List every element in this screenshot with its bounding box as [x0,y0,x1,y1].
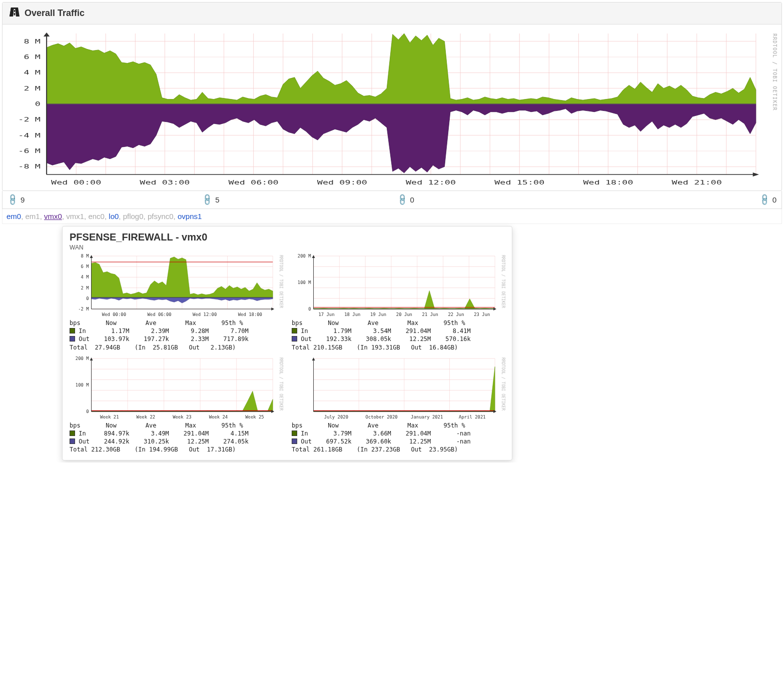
svg-marker-73 [90,255,93,258]
chart-wrap: 200 M100 M0Week 21Week 22Week 23Week 24W… [70,356,283,420]
svg-text:20 Jun: 20 Jun [396,312,412,317]
rrdtool-label: RRDTOOL / TOBI OETIKER [278,255,283,308]
svg-text:-6 M: -6 M [18,148,41,154]
svg-text:0: 0 [86,296,89,301]
svg-text:19 Jun: 19 Jun [370,312,386,317]
interface-link-em0[interactable]: em0 [7,212,21,220]
status-up-value: 5 [215,196,219,204]
separator: , [62,212,66,220]
svg-text:0: 0 [308,306,311,312]
status-total[interactable]: 🔗 9 [3,191,197,208]
svg-text:Week 25: Week 25 [245,414,264,420]
chart-wrap: 200 M100 M017 Jun18 Jun19 Jun20 Jun21 Ju… [292,253,505,318]
svg-text:-2 M: -2 M [18,116,41,124]
status-total-value: 9 [21,196,25,204]
overall-traffic-panel: Overall Traffic 8 M6 M4 M2 M0-2 M-4 M-6 … [2,2,782,191]
stats-block: bps Now Ave Max 95th % In 1.79M 3.54M 29… [292,319,505,352]
panel-header: Overall Traffic [3,2,781,24]
svg-rect-1 [14,10,15,12]
svg-rect-0 [14,8,15,9]
svg-text:Week 24: Week 24 [209,414,228,420]
rrdtool-label: RRDTOOL / TOBI OETIKER [278,358,283,410]
svg-text:Wed 12:00: Wed 12:00 [406,179,456,186]
svg-text:17 Jun: 17 Jun [318,312,334,317]
svg-text:Wed 06:00: Wed 06:00 [147,312,171,317]
separator: , [119,212,123,220]
chart-wrap: July 2020October 2020January 2021April 2… [292,356,505,420]
interface-link-lo0[interactable]: lo0 [109,212,119,220]
stats-block: bps Now Ave Max 95th % In 3.79M 3.66M 29… [292,422,505,454]
svg-text:22 Jun: 22 Jun [448,312,464,317]
svg-text:8 M: 8 M [24,38,40,45]
svg-text:Wed 18:00: Wed 18:00 [238,312,262,317]
svg-text:200 M: 200 M [76,356,89,361]
svg-text:January 2021: January 2021 [411,414,443,420]
link-icon: 🔗 [200,193,214,207]
popup-title: PFSENSE_FIREWALL - vmx0 [70,232,505,243]
status-down[interactable]: 🔗 0 [392,191,587,208]
mini-chart-0: 8 M6 M4 M2 M0-2 MWed 00:00Wed 06:00Wed 1… [70,253,283,352]
svg-text:21 Jun: 21 Jun [422,312,438,317]
svg-text:-2 M: -2 M [78,306,89,312]
link-icon: 🔗 [6,193,20,207]
svg-text:8 M: 8 M [81,254,89,258]
chart-wrap: 8 M6 M4 M2 M0-2 MWed 00:00Wed 06:00Wed 1… [70,253,283,318]
mini-chart-3: July 2020October 2020January 2021April 2… [292,356,505,454]
separator: , [144,212,148,220]
svg-text:Wed 00:00: Wed 00:00 [51,179,101,186]
svg-text:200 M: 200 M [298,254,311,258]
interface-link-pflog0[interactable]: pflog0 [123,212,144,220]
rrdtool-label: RRDTOOL / TOBI OETIKER [500,255,505,308]
svg-text:100 M: 100 M [298,280,311,285]
status-down-value: 0 [410,196,414,204]
svg-text:0: 0 [35,100,41,108]
svg-text:Week 23: Week 23 [173,414,191,420]
svg-text:Week 22: Week 22 [137,414,155,420]
svg-text:2 M: 2 M [81,286,89,290]
svg-marker-131 [90,358,93,360]
status-up[interactable]: 🔗 5 [197,191,392,208]
svg-text:Wed 18:00: Wed 18:00 [583,179,633,186]
main-chart: 8 M6 M4 M2 M0-2 M-4 M-6 M-8 MWed 00:00We… [7,28,777,188]
mini-chart-1: 200 M100 M017 Jun18 Jun19 Jun20 Jun21 Ju… [292,253,505,352]
svg-text:Wed 03:00: Wed 03:00 [140,179,190,186]
svg-text:Week 21: Week 21 [100,414,119,420]
status-row: 🔗 9 🔗 5 🔗 0 🔗 0 [2,191,782,209]
svg-text:Wed 21:00: Wed 21:00 [672,179,722,186]
svg-text:4 M: 4 M [24,70,40,76]
popup-subtitle: WAN [70,244,505,251]
status-unknown-value: 0 [772,196,776,204]
svg-text:-8 M: -8 M [18,164,41,170]
interface-link-pfsync0[interactable]: pfsync0 [148,212,174,220]
interface-list: em0, em1, vmx0, vmx1, enc0, lo0, pflog0,… [2,209,782,224]
svg-text:6 M: 6 M [24,54,40,60]
svg-text:23 Jun: 23 Jun [474,312,490,317]
svg-text:18 Jun: 18 Jun [344,312,360,317]
separator: , [21,212,25,220]
interface-link-ovpns1[interactable]: ovpns1 [178,212,202,220]
svg-text:4 M: 4 M [81,274,89,280]
separator: , [174,212,178,220]
svg-text:Wed 09:00: Wed 09:00 [317,179,367,186]
svg-text:April 2021: April 2021 [459,414,486,420]
interface-link-vmx1[interactable]: vmx1 [66,212,84,220]
mini-chart-grid: 8 M6 M4 M2 M0-2 MWed 00:00Wed 06:00Wed 1… [70,253,505,454]
svg-text:0: 0 [86,409,89,414]
separator: , [40,212,44,220]
svg-text:Wed 00:00: Wed 00:00 [102,312,126,317]
svg-text:July 2020: July 2020 [324,414,348,420]
interface-popup: PFSENSE_FIREWALL - vmx0 WAN 8 M6 M4 M2 M… [62,226,512,460]
status-unknown[interactable]: 🔗 0 [587,191,781,208]
interface-link-enc0[interactable]: enc0 [88,212,105,220]
interface-link-em1[interactable]: em1 [26,212,40,220]
interface-link-vmx0[interactable]: vmx0 [44,212,62,220]
svg-rect-2 [14,13,16,16]
svg-text:6 M: 6 M [81,264,89,269]
stats-block: bps Now Ave Max 95th % In 1.17M 2.39M 9.… [70,319,283,352]
rrdtool-label: RRDTOOL / TOBI OETIKER [772,34,777,110]
panel-title: Overall Traffic [25,8,85,18]
svg-text:Wed 12:00: Wed 12:00 [193,312,217,317]
svg-text:Wed 15:00: Wed 15:00 [494,179,544,186]
link-icon: 🔗 [395,193,409,207]
rrdtool-label: RRDTOOL / TOBI OETIKER [500,358,505,410]
